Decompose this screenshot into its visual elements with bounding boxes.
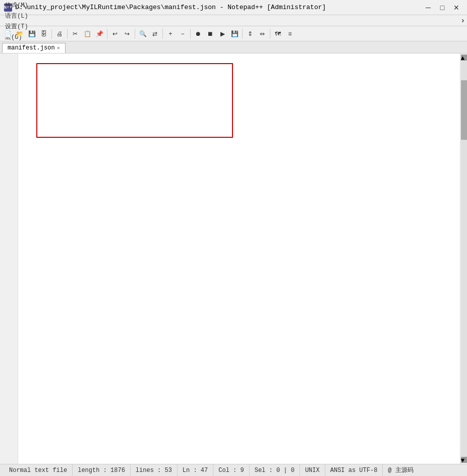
- func-list-button[interactable]: ≡: [284, 28, 296, 39]
- macro-save-button[interactable]: 💾: [229, 28, 240, 39]
- zoom-out-button[interactable]: −: [177, 28, 188, 39]
- cut-button[interactable]: ✂: [70, 28, 81, 39]
- editor-area: ▲ ▼: [0, 54, 467, 464]
- titlebar: N++ D:\unity_project\MyILRuntime\Package…: [0, 0, 467, 15]
- zoom-in-button[interactable]: +: [165, 28, 176, 39]
- macro-play-button[interactable]: ▶: [217, 28, 228, 39]
- toolbar-sep2: [67, 29, 68, 39]
- macro-record-button[interactable]: ⏺: [193, 28, 204, 39]
- menubar: 文件(F)编辑(E)搜索(S)视图(V)格式(M)语言(L)设置(T)宏(O)运…: [0, 15, 467, 26]
- scrollbar[interactable]: ▲ ▼: [460, 54, 467, 464]
- map-button[interactable]: 🗺: [272, 28, 283, 39]
- toolbar-sep3: [107, 29, 107, 39]
- status-lines: lines : 53: [131, 464, 178, 476]
- scroll-thumb[interactable]: [461, 80, 467, 140]
- statusbar: Normal text file length : 1876 lines : 5…: [0, 464, 467, 476]
- toolbar-sep5: [162, 29, 163, 39]
- save-all-button[interactable]: 🗄: [38, 28, 49, 39]
- code-area[interactable]: [18, 54, 460, 464]
- titlebar-controls: ─ □ ✕: [422, 3, 463, 13]
- status-extra: @ 主源码: [383, 464, 418, 476]
- redo-button[interactable]: ↪: [122, 28, 133, 39]
- macro-stop-button[interactable]: ⏹: [205, 28, 216, 39]
- scroll-up-button[interactable]: ▲: [461, 55, 467, 61]
- find-button[interactable]: 🔍: [137, 28, 148, 39]
- save-button[interactable]: 💾: [26, 28, 37, 39]
- menubar-extra[interactable]: ›: [461, 17, 465, 25]
- status-col: Col : 9: [213, 464, 249, 476]
- scroll-down-button[interactable]: ▼: [461, 457, 467, 463]
- titlebar-left: N++ D:\unity_project\MyILRuntime\Package…: [4, 4, 326, 12]
- undo-button[interactable]: ↩: [109, 28, 121, 39]
- status-charset: ANSI as UTF-8: [325, 464, 383, 476]
- close-button[interactable]: ✕: [450, 3, 463, 13]
- tab-close-icon[interactable]: ✕: [57, 45, 60, 51]
- titlebar-title: D:\unity_project\MyILRuntime\Packages\ma…: [15, 4, 326, 11]
- toolbar: 📄 📂 💾 🗄 🖨 ✂ 📋 📌 ↩ ↪ 🔍 ⇄ + − ⏺ ⏹ ▶ 💾 ⇕ ⇔ …: [0, 26, 467, 41]
- status-sel: Sel : 0 | 0: [250, 464, 300, 476]
- open-button[interactable]: 📂: [14, 28, 25, 39]
- toolbar-sep6: [190, 29, 191, 39]
- tabbar: manifest.json ✕: [0, 41, 467, 54]
- maximize-button[interactable]: □: [436, 3, 449, 13]
- paste-button[interactable]: 📌: [94, 28, 105, 39]
- minimize-button[interactable]: ─: [422, 3, 435, 13]
- toolbar-sep7: [242, 29, 243, 39]
- status-ln: Ln : 47: [178, 464, 213, 476]
- sync-v-button[interactable]: ⇕: [245, 28, 256, 39]
- toolbar-sep1: [51, 29, 52, 39]
- line-numbers: [0, 54, 18, 464]
- status-file-type: Normal text file: [4, 464, 73, 476]
- status-encoding: UNIX: [300, 464, 325, 476]
- replace-button[interactable]: ⇄: [149, 28, 160, 39]
- menu-item[interactable]: 语言(L): [2, 11, 31, 21]
- toolbar-sep4: [135, 29, 135, 39]
- new-button[interactable]: 📄: [2, 28, 13, 39]
- tab-label: manifest.json: [8, 44, 55, 51]
- copy-button[interactable]: 📋: [82, 28, 93, 39]
- highlight-box: [36, 63, 233, 138]
- menu-item[interactable]: 格式(M): [2, 0, 31, 11]
- toolbar-sep8: [270, 29, 270, 39]
- print-button[interactable]: 🖨: [54, 28, 65, 39]
- sync-h-button[interactable]: ⇔: [257, 28, 268, 39]
- tab-manifest-json[interactable]: manifest.json ✕: [2, 43, 66, 53]
- scroll-track[interactable]: [461, 61, 467, 457]
- status-length: length : 1876: [73, 464, 131, 476]
